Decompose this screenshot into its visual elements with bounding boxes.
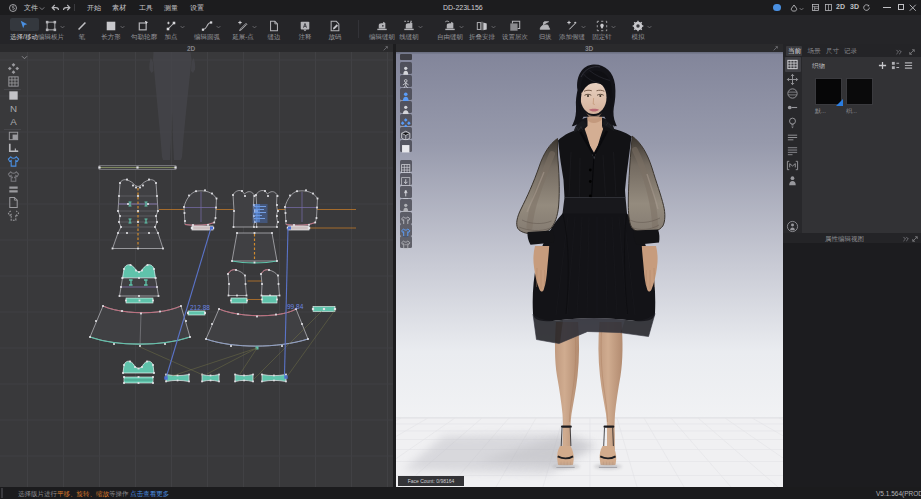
svg-text:212.88: 212.88 (190, 304, 210, 311)
svg-text:99.84: 99.84 (287, 303, 304, 310)
svg-text:N: N (10, 103, 17, 114)
svg-text:A: A (10, 116, 17, 127)
